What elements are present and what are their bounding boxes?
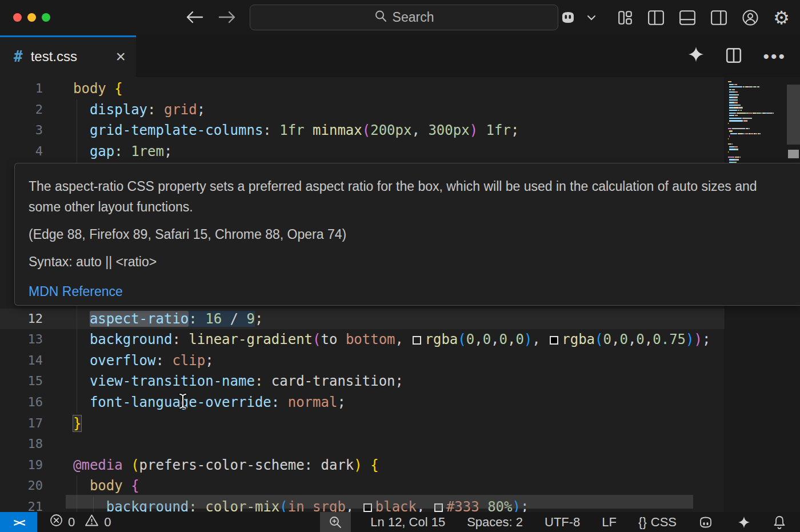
code-line[interactable]: 2 display: grid;	[0, 99, 725, 121]
customize-layout-icon[interactable]	[617, 6, 633, 29]
code-line[interactable]: 15 view-transition-name: card-transition…	[0, 371, 725, 392]
color-swatch	[413, 336, 421, 345]
remote-indicator[interactable]: ><	[0, 512, 37, 532]
tab-close-icon[interactable]: ×	[115, 48, 126, 65]
language-mode-indicator[interactable]: {} CSS	[636, 512, 679, 532]
tooltip-description: The aspect-ratio CSS property sets a pre…	[29, 176, 786, 217]
error-icon	[50, 514, 63, 530]
indentation-indicator[interactable]: Spaces: 2	[465, 512, 525, 532]
settings-gear-icon[interactable]: ⚙	[773, 6, 790, 29]
cursor-position-indicator[interactable]: Ln 12, Col 15	[368, 512, 447, 532]
code-line[interactable]: 19@media (prefers-color-scheme: dark) {	[0, 455, 725, 476]
tab-test-css[interactable]: # test.css ×	[0, 35, 136, 77]
tab-label: test.css	[31, 49, 77, 65]
tooltip-syntax: Syntax: auto || <ratio>	[29, 251, 786, 272]
search-icon	[374, 10, 387, 26]
code-line[interactable]: 17}	[0, 413, 725, 434]
code-line[interactable]: 3 grid-template-columns: 1fr minmax(200p…	[0, 120, 725, 141]
mdn-reference-link[interactable]: MDN Reference	[29, 281, 786, 302]
braces-icon: {}	[638, 515, 647, 530]
code-line[interactable]: 4 gap: 1rem;	[0, 141, 725, 162]
warning-icon	[85, 514, 99, 530]
back-arrow-icon[interactable]	[184, 6, 205, 29]
window-controls	[13, 13, 50, 22]
maximize-window-button[interactable]	[42, 13, 50, 22]
code-line[interactable]: 1body {	[0, 78, 725, 99]
split-editor-icon[interactable]	[725, 47, 742, 66]
minimize-window-button[interactable]	[27, 13, 36, 22]
status-bar: >< 0 0 Ln 12, Col 15 Spaces: 2 UTF-8 LF …	[0, 512, 800, 532]
editor-pane[interactable]: 1body {2 display: grid;3 grid-template-c…	[0, 77, 800, 512]
encoding-indicator[interactable]: UTF-8	[542, 512, 582, 532]
chevron-down-icon[interactable]	[587, 6, 596, 29]
code-line[interactable]: 20 body {	[0, 475, 725, 497]
screencast-zoom-indicator[interactable]	[320, 512, 351, 532]
forward-arrow-icon[interactable]	[217, 6, 238, 29]
tooltip-browser-support: (Edge 88, Firefox 89, Safari 15, Chrome …	[29, 224, 786, 245]
code-line[interactable]: 14 overflow: clip;	[0, 350, 725, 371]
code-line[interactable]: 13 background: linear-gradient(to bottom…	[0, 329, 725, 350]
toggle-primary-sidebar-icon[interactable]	[647, 6, 665, 29]
color-swatch	[550, 336, 558, 345]
close-window-button[interactable]	[13, 13, 22, 22]
copilot-edit-sparkle-icon[interactable]	[687, 46, 705, 67]
error-count: 0	[68, 515, 75, 530]
toggle-secondary-sidebar-icon[interactable]	[710, 6, 727, 29]
vscode-window: Search	[0, 0, 800, 532]
search-input[interactable]: Search	[250, 5, 558, 30]
more-actions-icon[interactable]: •••	[763, 47, 786, 66]
minimap-content	[728, 81, 774, 177]
overview-ruler-marker	[788, 150, 799, 158]
warning-count: 0	[104, 515, 111, 530]
title-bar: Search	[0, 0, 800, 35]
search-label: Search	[393, 10, 434, 25]
notifications-bell-icon[interactable]	[770, 512, 789, 532]
problems-indicator[interactable]: 0 0	[47, 512, 114, 532]
eol-indicator[interactable]: LF	[599, 512, 619, 532]
css-language-icon: #	[14, 48, 23, 65]
tab-bar: # test.css × •••	[0, 35, 800, 77]
code-line[interactable]: 18	[0, 434, 725, 455]
code-line[interactable]: 16 font-language-override: normal;	[0, 392, 725, 413]
mouse-text-cursor	[177, 393, 189, 412]
copilot-icon[interactable]	[560, 6, 581, 29]
account-icon[interactable]	[742, 6, 759, 29]
vertical-scrollbar-thumb[interactable]	[787, 85, 800, 145]
copilot-sparkle-icon[interactable]	[735, 512, 753, 532]
toggle-panel-icon[interactable]	[679, 6, 696, 29]
hover-tooltip: The aspect-ratio CSS property sets a pre…	[14, 163, 800, 306]
copilot-status-icon[interactable]	[696, 512, 718, 532]
horizontal-scrollbar-thumb[interactable]	[66, 495, 693, 509]
code-line[interactable]: 12 aspect-ratio: 16 / 9;	[0, 309, 725, 330]
